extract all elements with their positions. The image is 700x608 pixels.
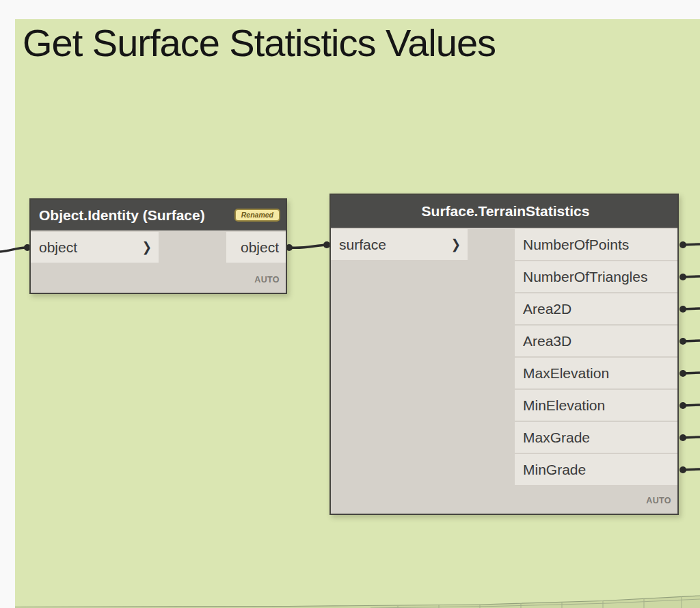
group-title[interactable]: Get Surface Statistics Values <box>23 21 496 65</box>
output-port-numberofpoints[interactable]: NumberOfPoints <box>515 229 677 260</box>
output-port-label: MinGrade <box>523 462 586 478</box>
output-port-maxgrade[interactable]: MaxGrade <box>515 422 677 453</box>
output-port-maxelevation[interactable]: MaxElevation <box>515 358 677 388</box>
output-port-label: Area3D <box>523 333 571 349</box>
lacing-indicator[interactable]: AUTO <box>254 275 280 285</box>
node-body: surface ❯ NumberOfPoints NumberOfTriangl… <box>331 228 677 512</box>
node-surface-terrainstatistics[interactable]: Surface.TerrainStatistics surface ❯ Numb… <box>329 194 679 515</box>
output-port-area3d[interactable]: Area3D <box>515 326 677 356</box>
output-port-label: MaxGrade <box>523 429 590 446</box>
output-port-label: NumberOfPoints <box>523 237 629 253</box>
output-port-area2d[interactable]: Area2D <box>515 293 677 324</box>
input-port-object[interactable]: object ❯ <box>31 232 159 263</box>
input-port-label: object <box>39 239 77 256</box>
node-body: object ❯ object AUTO <box>31 230 286 291</box>
use-default-chevron-icon[interactable]: ❯ <box>451 236 461 252</box>
terrain-mesh-preview <box>15 587 700 608</box>
output-port-numberoftriangles[interactable]: NumberOfTriangles <box>515 261 677 292</box>
output-port-mingrade[interactable]: MinGrade <box>515 454 677 485</box>
output-port-label: object <box>241 239 279 256</box>
output-port-object[interactable]: object <box>226 232 286 263</box>
node-header[interactable]: Surface.TerrainStatistics <box>331 195 677 228</box>
output-port-label: MinElevation <box>523 397 605 414</box>
node-object-identity[interactable]: Object.Identity (Surface) Renamed object… <box>29 198 287 294</box>
use-default-chevron-icon[interactable]: ❯ <box>142 239 152 255</box>
node-title: Surface.TerrainStatistics <box>422 203 590 220</box>
output-port-label: MaxElevation <box>523 365 609 382</box>
node-title: Object.Identity (Surface) <box>39 207 205 224</box>
output-port-minelevation[interactable]: MinElevation <box>515 390 677 421</box>
node-header[interactable]: Object.Identity (Surface) Renamed <box>31 200 286 230</box>
input-port-surface[interactable]: surface ❯ <box>331 229 468 260</box>
output-port-list: NumberOfPoints NumberOfTriangles Area2D … <box>515 229 677 486</box>
output-port-label: Area2D <box>523 301 571 317</box>
lacing-indicator[interactable]: AUTO <box>646 496 671 505</box>
output-port-label: NumberOfTriangles <box>523 269 647 285</box>
input-port-label: surface <box>339 237 386 253</box>
renamed-badge: Renamed <box>234 209 280 222</box>
